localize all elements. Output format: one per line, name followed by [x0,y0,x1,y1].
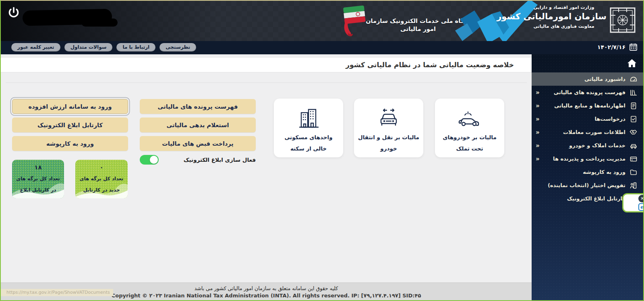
sidebar-item-label: اطلاعات صورت معاملات [563,129,625,135]
requests-icon [630,115,638,123]
card-label: مالیات بر نقل و انتقال خودرو [354,131,423,155]
toggle-knob [150,156,158,164]
folder-icon [630,168,638,176]
pay-tax-bills-button[interactable]: پرداخت قبض های مالیات [140,136,256,151]
karpooshe-login-button[interactable]: ورود به کارپوشه [12,136,128,151]
card-label: مالیات بر خودروهای تحت تملک [435,131,504,155]
stat-value: ۱۸ [12,164,64,171]
car-rays-icon [457,106,482,131]
sidebar-item-label: تفویض اختیار (انتخاب نماینده) [548,182,625,188]
sidebar-item-requests[interactable]: درخواست‌ها « [530,112,643,126]
link-preview-statusbar: https://my.tax.gov.ir/Page/ShowVATDocume… [1,289,113,296]
declaration-icon [630,102,638,110]
stat-label: تعداد کل برگه های در کارتابل ابلاغ [12,173,64,196]
top-navbar: تغییر کلمه عبور سوالات متداول ارتباط با … [1,41,643,54]
date-text: ۱۴۰۲/۷/۱۶ [597,44,625,50]
redacted-username-tail [81,19,118,27]
chevron-left-icon: « [535,89,540,96]
home-icon[interactable] [627,59,637,68]
e-notification-toggle[interactable] [140,155,159,165]
org-title-block: وزارت امور اقتصاد و دارایی سازمان امورما… [521,5,607,29]
content-divider [6,82,527,83]
main-content: خلاصه وضعیت مالیاتی شما در نظام مالیاتی … [1,54,532,301]
credit-card-icon [630,155,638,163]
app-screen: درگاه ملی خدمات الکترونیک سازمان امور ما… [0,0,644,301]
org-name-label: سازمان امورمالیاتی کشور [521,12,607,21]
chevron-left-icon: « [535,115,540,123]
change-password-button[interactable]: تغییر کلمه عبور [11,43,60,52]
e-notification-toggle-row: فعال سازی ابلاغ الکترونیک [140,155,256,165]
sidebar-item-label: فهرست پرونده های مالیاتی [554,89,625,95]
tax-debt-inquiry-button[interactable]: استعلام بدهی مالیاتی [140,118,256,132]
iran-flag-icon [340,3,369,39]
sidebar-item-label: اظهارنامه‌ها و منابع مالیاتی [554,103,625,109]
chevron-left-icon: « [535,102,540,109]
sidebar-item-transactions[interactable]: اطلاعات صورت معاملات « [530,126,643,139]
gauge-icon [630,75,638,83]
faq-button[interactable]: سوالات متداول [64,43,113,52]
org-deputy-label: معاونت فناوری های مالیاتی [521,24,607,29]
sidebar-item-label: کارتابل ابلاغ الکترونیک [567,196,625,202]
car-icon [630,142,638,150]
sidebar-item-tax-files[interactable]: فهرست پرونده های مالیاتی « [530,86,643,99]
tax-organization-logo [609,6,636,34]
delegation-icon [630,181,638,190]
owned-vehicles-tax-card[interactable]: مالیات بر خودروهای تحت تملک [435,99,504,157]
page-title-bar: خلاصه وضعیت مالیاتی شما در نظام مالیاتی … [1,57,532,72]
extension-close-icon[interactable]: ✕ [638,195,644,202]
logout-power-icon[interactable] [6,6,21,20]
vacant-residential-units-card[interactable]: واحدهای مسکونی خالی از سکنه [274,99,343,157]
sidebar-menu: داشبورد مالیاتی فهرست پرونده های مالیاتی… [530,72,643,205]
card-label: واحدهای مسکونی خالی از سکنه [274,131,343,155]
vehicle-transfer-tax-card[interactable]: مالیات بر نقل و انتقال خودرو [354,99,423,157]
chevron-left-icon: « [535,142,540,149]
page-title: خلاصه وضعیت مالیاتی شما در نظام مالیاتی … [346,61,514,69]
toggle-label: فعال سازی ابلاغ الکترونیک [184,157,256,163]
new-sheets-stat-card[interactable]: ۰ تعداد کل برگه های جدید در کارتابل ابلا… [75,160,128,198]
sidebar: داشبورد مالیاتی فهرست پرونده های مالیاتی… [530,54,643,301]
sidebar-item-label: درخواست‌ها [594,116,625,122]
current-date: ۱۴۰۲/۷/۱۶ [597,43,638,51]
chevron-left-icon: « [535,155,540,163]
org-ministry-label: وزارت امور اقتصاد و دارایی [521,5,607,10]
tax-files-list-button[interactable]: فهرست پرونده های مالیاتی [140,99,256,114]
sidebar-item-payments[interactable]: مدیریت پرداخت و پذیرنده ها « [530,152,643,165]
sidebar-item-label: داشبورد مالیاتی [584,76,625,82]
navbar-buttons: تغییر کلمه عبور سوالات متداول ارتباط با … [11,43,196,52]
car-transfer-icon [376,106,402,131]
calendar-icon [629,43,638,51]
chevron-left-icon: « [535,129,540,136]
extension-e-icon[interactable]: e [638,203,644,211]
vat-system-login-button[interactable]: ورود به سامانه ارزش افزوده [12,99,128,114]
total-sheets-stat-card[interactable]: ۱۸ تعداد کل برگه های در کارتابل ابلاغ [12,160,64,198]
handshake-icon [630,128,638,136]
contact-us-button[interactable]: ارتباط با ما [116,43,155,52]
sidebar-item-declarations[interactable]: اظهارنامه‌ها و منابع مالیاتی « [530,99,643,112]
files-icon [630,89,638,97]
stat-label: تعداد کل برگه های جدید در کارتابل ابلاغ [75,173,128,198]
sidebar-item-label: ورود به کارپوشه [583,169,625,175]
sidebar-item-delegation[interactable]: تفویض اختیار (انتخاب نماینده) [530,179,643,192]
survey-button[interactable]: نظرسنجی [159,43,196,52]
app-header: درگاه ملی خدمات الکترونیک سازمان امور ما… [1,1,643,41]
sidebar-item-karpooshe[interactable]: ورود به کارپوشه [530,165,643,179]
sidebar-item-label: مدیریت پرداخت و پذیرنده ها [553,156,625,162]
sidebar-item-property-vehicle[interactable]: خدمات املاک و خودرو « [530,139,643,152]
extension-widget: ✕ e [622,193,644,212]
buildings-icon [296,106,321,131]
sidebar-item-label: خدمات املاک و خودرو [569,142,625,148]
stat-value: ۰ [75,164,128,171]
e-notification-cartable-button[interactable]: کارتابل ابلاغ الکترونیک [12,118,128,132]
sidebar-item-dashboard[interactable]: داشبورد مالیاتی [530,72,643,86]
